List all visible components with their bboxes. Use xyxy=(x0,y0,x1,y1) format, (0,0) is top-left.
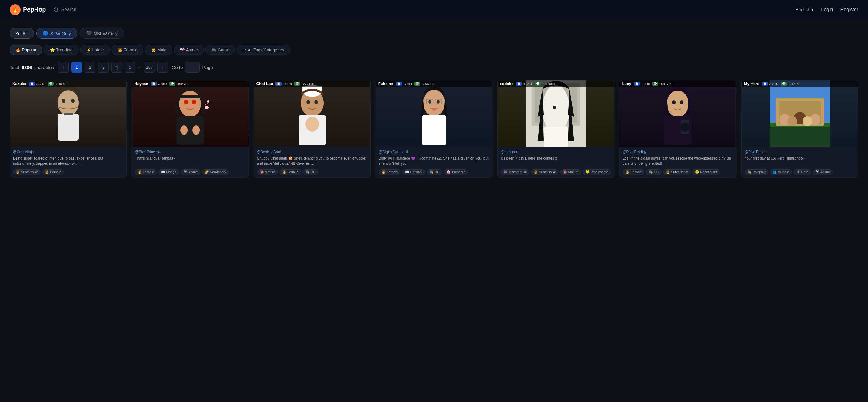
cat-anime[interactable]: 🎌 Anime xyxy=(174,45,204,55)
char-desc: Being super scared of men due to past ex… xyxy=(13,156,123,166)
character-card-hayase[interactable]: Hayase 📋78080 💬1994709 @PixelPrincess Th… xyxy=(131,80,249,178)
tag-manga: 📖 Manga xyxy=(158,169,179,175)
page-2-button[interactable]: 2 xyxy=(85,62,95,73)
views-stat: 📋37404 xyxy=(396,82,412,86)
char-badge-myhero: My Hero 📋28420 💬991774 xyxy=(742,80,858,87)
svg-point-4 xyxy=(71,99,74,103)
char-name: My Hero xyxy=(744,81,760,86)
char-tags: 👩 Female 🎭 OC 👩 Submissive 😐 Nonchalant xyxy=(622,169,733,175)
characters-grid: Kazuko 📋77742 💬2549990 @CodeNinja Being … xyxy=(10,80,858,178)
tag-female: 👩 Female xyxy=(622,169,644,175)
views-stat: 📋30448 xyxy=(634,82,650,86)
char-tags: 👩 Female 📖 Manga 🎌 Anime 🌈 Non-binary xyxy=(135,169,245,175)
tag-female: 👩 Female xyxy=(379,169,401,175)
svg-rect-29 xyxy=(422,115,446,145)
goto-input[interactable] xyxy=(185,62,200,73)
svg-rect-9 xyxy=(178,95,202,98)
login-button[interactable]: Login xyxy=(821,7,833,12)
cat-male[interactable]: 👨 Male xyxy=(145,45,172,55)
svg-rect-2 xyxy=(58,113,79,141)
cat-female[interactable]: 👩 Female xyxy=(112,45,144,55)
char-name: Chef Lau xyxy=(256,81,273,86)
views-stat: 📋47261 xyxy=(516,82,532,86)
filter-tabs: 👁 All 🔵 SFW Only 🖤 NSFW Only xyxy=(10,28,858,39)
char-image-lucy: Lucy 📋30448 💬1081720 xyxy=(619,80,736,147)
cat-game[interactable]: 🎮 Game xyxy=(206,45,235,55)
tag-oc: 🎭 OC xyxy=(303,169,318,175)
tag-anime: 🎌 Anime xyxy=(812,169,833,175)
char-name: Kazuko xyxy=(12,81,26,86)
svg-point-20 xyxy=(306,100,310,104)
goto-label: Go to xyxy=(172,65,183,70)
search-label: Search xyxy=(61,7,77,12)
char-desc: It's been 7 days, here she comes ;) xyxy=(501,156,611,166)
svg-point-14 xyxy=(192,125,200,135)
char-image-hayase: Hayase 📋78080 💬1994709 xyxy=(132,80,248,147)
filter-all[interactable]: 👁 All xyxy=(10,28,34,39)
chats-stat: 💬2549990 xyxy=(48,82,68,86)
page-3-button[interactable]: 3 xyxy=(98,62,109,73)
filter-sfw[interactable]: 🔵 SFW Only xyxy=(36,28,77,39)
char-info-lucy: @PixelProdigy Lost in the digital abyss,… xyxy=(619,147,736,177)
tag-nonchalant: 😐 Nonchalant xyxy=(692,169,720,175)
char-badge-sadako: sadako 📋47261 💬1094068 xyxy=(498,80,614,87)
character-card-lucy[interactable]: Lucy 📋30448 💬1081720 @PixelProdigy Lost … xyxy=(619,80,736,178)
tag-oc: 🎭 OC xyxy=(427,169,442,175)
char-desc: Chubby Chef alert! 🍰 She's tempting you … xyxy=(257,156,367,166)
tag-submissive: 👩 Submissive xyxy=(663,169,691,175)
svg-point-15 xyxy=(205,106,209,109)
last-page-button[interactable]: 287 xyxy=(144,62,155,73)
char-badge-hayase: Hayase 📋78080 💬1994709 xyxy=(132,80,248,87)
page-1-button[interactable]: 1 xyxy=(71,62,82,73)
prev-page-button[interactable]: ‹ xyxy=(58,62,69,73)
tag-oc: 🎭 OC xyxy=(646,169,661,175)
page-5-button[interactable]: 5 xyxy=(125,62,135,73)
char-tags: 👩 Submissive 👩 Female xyxy=(13,169,123,175)
chats-stat: 💬1994709 xyxy=(169,82,189,86)
logo-text: PepHop xyxy=(23,6,46,13)
svg-point-3 xyxy=(62,99,65,103)
char-author: @PixelPundit xyxy=(745,150,855,154)
cat-popular[interactable]: 🔥 Popular xyxy=(10,45,42,55)
char-badge-lucy: Lucy 📋30448 💬1081720 xyxy=(619,80,736,87)
svg-point-50 xyxy=(803,116,812,126)
char-author: @BookishBard xyxy=(257,150,367,154)
char-info-fuko: @DigitalDaredevil Bully 🎮 | Tsundere 💜 |… xyxy=(376,147,492,177)
search-bar[interactable]: Search xyxy=(53,7,77,12)
char-badge-chef: Chef Lau 📋58178 💬1277178 xyxy=(254,80,370,87)
page-4-button[interactable]: 4 xyxy=(111,62,122,73)
chats-stat: 💬1266054 xyxy=(414,82,434,86)
svg-point-1 xyxy=(58,90,79,115)
char-info-myhero: @PixelPundit Your first day at UA Hero H… xyxy=(742,147,858,177)
character-card-kazuko[interactable]: Kazuko 📋77742 💬2549990 @CodeNinja Being … xyxy=(10,80,127,178)
cat-alltags[interactable]: 🗂 All Tags/Categories xyxy=(237,45,290,55)
language-button[interactable]: English ▾ xyxy=(795,7,814,12)
svg-point-34 xyxy=(553,106,556,109)
character-card-fuko[interactable]: Fuko ne 📋37404 💬1266054 @DigitalDaredevi… xyxy=(375,80,493,178)
tag-hero: 🦸 Hero xyxy=(794,169,811,175)
character-card-myhero[interactable]: My Hero 📋28420 💬991774 @PixelPundit Your… xyxy=(741,80,858,178)
svg-rect-35 xyxy=(544,127,568,147)
char-tags: 🎭 Roleplay 👥 Multiple 🦸 Hero 🎌 Anime xyxy=(745,169,855,175)
navbar: 🔥 PepHop Search English ▾ Login Register xyxy=(0,0,868,20)
svg-point-41 xyxy=(681,123,690,132)
svg-point-27 xyxy=(428,100,431,103)
main-content: 👁 All 🔵 SFW Only 🖤 NSFW Only 🔥 Popular ⭐… xyxy=(0,20,868,186)
views-stat: 📋78080 xyxy=(151,82,167,86)
char-badge-kazuko: Kazuko 📋77742 💬2549990 xyxy=(10,80,126,87)
character-card-sadako[interactable]: sadako 📋47261 💬1094068 @malacor It's bee… xyxy=(497,80,614,178)
filter-nsfw[interactable]: 🖤 NSFW Only xyxy=(80,28,124,39)
cat-latest[interactable]: ⚡ Latest xyxy=(80,45,110,55)
svg-rect-6 xyxy=(64,113,73,115)
register-button[interactable]: Register xyxy=(840,7,858,12)
logo-area[interactable]: 🔥 PepHop xyxy=(10,4,46,15)
cat-trending[interactable]: ⭐ Trending xyxy=(44,45,78,55)
chats-stat: 💬1277178 xyxy=(294,82,314,86)
char-tags: 👩 Female 📖 Fictional 🎭 OC 🌸 Tsundere xyxy=(379,169,489,175)
char-author: @CodeNinja xyxy=(13,150,123,154)
character-card-chef[interactable]: Chef Lau 📋58178 💬1277178 @BookishBard Ch… xyxy=(254,80,371,178)
tag-female: 👩 Female xyxy=(135,169,157,175)
next-page-button[interactable]: › xyxy=(157,62,168,73)
char-info-hayase: @PixelPrincess That's hilarious, senpai!… xyxy=(132,147,248,177)
total-label: Total xyxy=(10,65,20,70)
